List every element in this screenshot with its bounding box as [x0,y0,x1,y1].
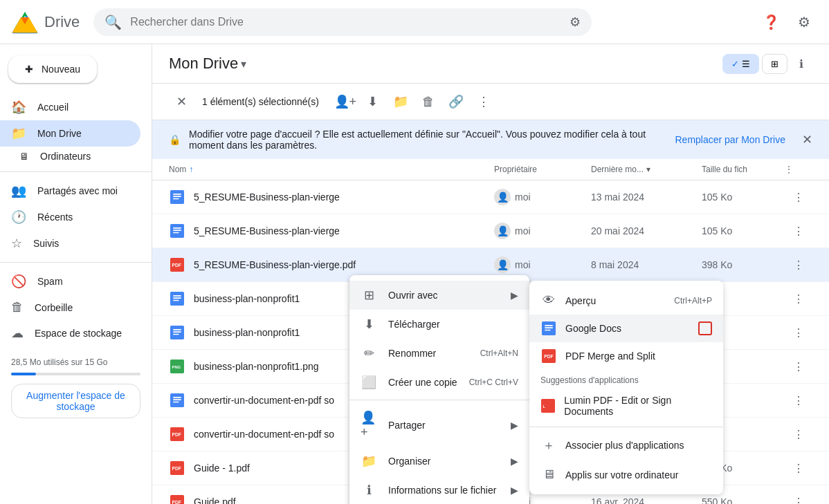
help-button[interactable]: ❓ [757,8,785,36]
file-more-button[interactable]: ⋮ [787,423,810,445]
info-banner-close[interactable]: ✕ [802,132,812,147]
link-button[interactable]: 🔗 [444,89,468,114]
grid-icon: ⊞ [771,59,778,69]
file-more-button[interactable]: ⋮ [787,491,810,504]
file-type-icon [169,290,185,307]
avatar: 👤 [494,223,511,239]
list-view-button[interactable]: ✓ ☰ [722,54,759,74]
computer-icon: 🖥 [19,151,29,162]
pdf-merge-label: PDF Merge and Split [565,351,655,362]
file-more-button[interactable]: ⋮ [787,321,810,344]
context-menu-partager[interactable]: 👤+ Partager ▶ [349,403,529,447]
submenu-google-docs[interactable]: Google Docs [529,315,723,342]
delete-button[interactable]: 🗑 [416,89,441,114]
context-menu-telecharger[interactable]: ⬇ Télécharger [349,310,529,339]
context-menu-renommer[interactable]: ✏ Renommer Ctrl+Alt+N [349,339,529,368]
title-dropdown-icon[interactable]: ▾ [241,57,246,71]
file-more-button[interactable]: ⋮ [787,389,810,411]
submenu-apercu[interactable]: 👁 Aperçu Ctrl+Alt+P [529,286,723,315]
svg-rect-22 [173,399,181,400]
file-row[interactable]: 5_RESUME-Business-plan-vierge 👤 moi 13 m… [152,180,829,214]
svg-rect-6 [173,230,181,231]
sidebar-item-accueil[interactable]: 🏠 Accueil [0,94,140,120]
svg-rect-5 [173,227,181,229]
file-more-button[interactable]: ⋮ [787,288,810,310]
submenu-lumin[interactable]: L Lumin PDF - Edit or Sign Documents [529,388,723,424]
col-size-header: Taille du fich [702,165,785,174]
folder-move-icon: 📁 [393,94,408,109]
google-docs-label: Google Docs [565,323,621,334]
file-name: 5_RESUME-Business-plan-vierge.pdf [194,259,494,270]
context-menu-informations[interactable]: ℹ Informations sur le fichier ▶ [349,476,529,504]
search-input[interactable] [130,16,561,28]
share-button[interactable]: 👤+ [333,89,358,114]
svg-rect-31 [545,325,553,326]
informations-label: Informations sur le fichier [388,485,496,496]
context-menu-ouvrir-avec[interactable]: ⊞ Ouvrir avec ▶ 👁 Aperçu Ctrl+Alt+P [349,281,529,310]
info-button[interactable]: ℹ [790,53,812,75]
svg-text:PDF: PDF [172,263,181,268]
download-button[interactable]: ⬇ [361,89,385,114]
selection-count: 1 élément(s) sélectionné(s) [202,96,319,107]
file-actions: ⋮ [785,254,812,276]
rename-icon: ✏ [361,346,377,361]
svg-text:L: L [543,404,546,409]
sidebar-item-partages[interactable]: 👥 Partagés avec moi [0,178,140,204]
lock-icon: 🔒 [169,134,181,145]
submenu-associer[interactable]: ＋ Associer plus d'applications [529,430,723,460]
svg-rect-15 [173,329,181,330]
file-row[interactable]: 5_RESUME-Business-plan-vierge 👤 moi 20 m… [152,214,829,248]
file-actions: ⋮ [785,355,812,377]
submenu-applis[interactable]: 🖥 Applis sur votre ordinateur [529,460,723,489]
file-actions: ⋮ [785,321,812,344]
file-more-button[interactable]: ⋮ [787,186,810,208]
move-button[interactable]: 📁 [388,89,413,114]
sidebar-item-recents[interactable]: 🕐 Récents [0,204,140,230]
file-actions: ⋮ [785,389,812,411]
sidebar-item-corbeille[interactable]: 🗑 Corbeille [0,295,140,320]
file-modified: 8 mai 2024 [591,259,702,270]
file-more-button[interactable]: ⋮ [787,254,810,276]
col-more-icon: ⋮ [785,165,793,174]
file-owner: 👤 moi [494,256,591,273]
sidebar-item-ordinateurs[interactable]: 🖥 Ordinateurs [0,147,140,166]
renommer-label: Renommer [388,348,436,359]
pdf-merge-icon: PDF [540,349,557,363]
svg-rect-13 [173,300,179,301]
upgrade-storage-button[interactable]: Augmenter l'espace de stockage [11,384,140,418]
plus-icon: ✚ [25,64,33,75]
file-actions: ⋮ [785,457,812,479]
sidebar-item-suivis[interactable]: ☆ Suivis [0,230,140,256]
col-modified-header[interactable]: Dernière mo... ▾ [591,165,702,174]
file-more-button[interactable]: ⋮ [787,457,810,479]
file-modified: 13 mai 2024 [591,192,702,203]
sort-asc-icon: ↑ [189,165,193,174]
context-menu-creer-copie[interactable]: ⬜ Créer une copie Ctrl+C Ctrl+V [349,368,529,397]
sidebar-item-spam[interactable]: 🚫 Spam [0,268,140,295]
file-actions: ⋮ [785,491,812,504]
svg-rect-7 [173,232,179,234]
new-button[interactable]: ✚ Nouveau [8,55,97,83]
context-menu-organiser[interactable]: 📁 Organiser ▶ [349,447,529,476]
plus-apps-icon: ＋ [540,437,557,454]
svg-rect-16 [173,331,181,333]
file-type-icon: PDF [169,460,185,476]
search-bar[interactable]: 🔍 ⚙ [93,8,592,36]
submenu-pdf-merge[interactable]: PDF PDF Merge and Split [529,342,723,370]
close-selection-button[interactable]: ✕ [169,89,194,114]
settings-button[interactable]: ⚙ [790,8,818,36]
file-type-icon [169,392,185,409]
filter-icon[interactable]: ⚙ [570,15,581,30]
file-more-button[interactable]: ⋮ [787,220,810,242]
sidebar-item-stockage[interactable]: ☁ Espace de stockage [0,320,140,346]
sidebar-item-mon-drive[interactable]: 📁 Mon Drive [0,120,140,147]
file-type-icon: PDF [169,494,185,504]
info-banner-link[interactable]: Remplacer par Mon Drive [675,134,786,145]
col-name-header[interactable]: Nom ↑ [169,165,494,174]
more-actions-button[interactable]: ⋮ [471,89,496,114]
file-more-button[interactable]: ⋮ [787,355,810,377]
info-file-icon: ℹ [361,483,377,498]
file-size: 398 Ko [702,259,785,270]
grid-view-button[interactable]: ⊞ [762,54,787,74]
svg-rect-3 [173,198,179,200]
